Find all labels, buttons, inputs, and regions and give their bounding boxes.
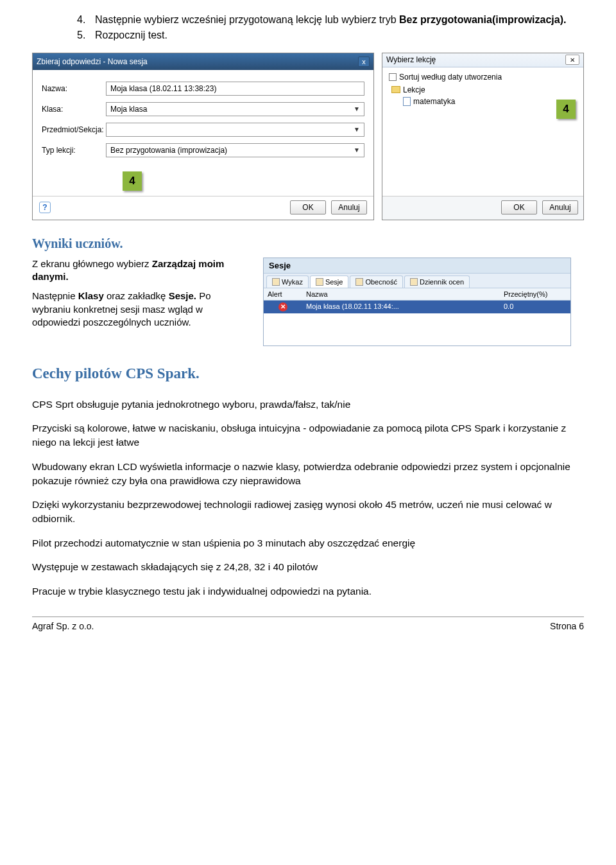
tab-dziennik-ocen[interactable]: Dziennik ocen bbox=[404, 275, 470, 288]
paragraph: Dzięki wykorzystaniu bezprzewodowej tech… bbox=[32, 498, 584, 525]
label-typ: Typ lekcji: bbox=[42, 146, 106, 155]
tab-wykaz[interactable]: Wykaz bbox=[266, 275, 309, 288]
select-value: Moja klasa bbox=[110, 105, 147, 114]
folder-label: Lekcje bbox=[403, 85, 425, 94]
label-nazwa: Nazwa: bbox=[42, 84, 106, 93]
cell-nazwa: Moja klasa (18.02.11 13:44:... bbox=[302, 301, 500, 313]
checkbox-sort-by-date[interactable]: Sortuj według daty utworzenia bbox=[389, 73, 577, 82]
list-item-4: 4. Następnie wybierz wcześniej przygotow… bbox=[77, 13, 584, 27]
form-row-przedmiot: Przedmiot/Sekcja: ▼ bbox=[42, 123, 364, 137]
titlebar: Wybierz lekcję ✕ bbox=[382, 53, 583, 67]
text-fragment: Następnie bbox=[32, 290, 78, 301]
col-nazwa: Nazwa bbox=[302, 288, 500, 300]
label-klasa: Klasa: bbox=[42, 105, 106, 114]
text-bold: Bez przygotowania(improwizacja). bbox=[399, 14, 566, 25]
tree-item-label: matematyka bbox=[413, 97, 455, 106]
list-item-5: 5. Rozpocznij test. bbox=[77, 28, 584, 42]
ok-button[interactable]: OK bbox=[290, 200, 326, 214]
document-icon bbox=[403, 97, 411, 106]
instruction-text: Z ekranu głównego wybierz Zarządzaj moim… bbox=[32, 258, 250, 335]
dialog-new-session: Zbieraj odpowiedzi - Nowa sesja x Nazwa:… bbox=[32, 53, 374, 220]
tree-item-matematyka[interactable]: matematyka bbox=[403, 97, 577, 106]
item-text: Rozpocznij test. bbox=[95, 28, 167, 42]
paragraph: Pilot przechodzi automatycznie w stan uś… bbox=[32, 536, 584, 550]
text-fragment: Następnie wybierz wcześniej przygotowaną… bbox=[95, 14, 399, 25]
cell-alert: ✕ bbox=[264, 301, 302, 313]
tab-icon bbox=[410, 278, 418, 286]
select-typ[interactable]: Bez przygotowania (improwizacja) ▼ bbox=[106, 143, 364, 157]
tab-label: Sesje bbox=[325, 278, 343, 286]
heading-wyniki-uczniow: Wyniki uczniów. bbox=[32, 236, 584, 251]
paragraph: Przyciski są kolorowe, łatwe w naciskani… bbox=[32, 421, 584, 449]
select-przedmiot[interactable]: ▼ bbox=[106, 123, 364, 137]
page-footer: Agraf Sp. z o.o. Strona 6 bbox=[32, 616, 584, 631]
tab-sesje[interactable]: Sesje bbox=[310, 275, 349, 288]
checkbox-icon bbox=[389, 73, 397, 81]
form-row-typ: Typ lekcji: Bez przygotowania (improwiza… bbox=[42, 143, 364, 157]
tab-bar: Wykaz Sesje Obecność Dziennik ocen bbox=[264, 274, 570, 288]
callout-4: 4 bbox=[123, 171, 142, 191]
dialog-title: Wybierz lekcję bbox=[386, 55, 436, 64]
paragraph: CPS Sprt obsługuje pytania jednokrotnego… bbox=[32, 398, 584, 412]
checkbox-label: Sortuj według daty utworzenia bbox=[399, 73, 502, 82]
text-fragment: oraz zakładkę bbox=[104, 290, 169, 301]
panel-title: Sesje bbox=[264, 258, 570, 274]
chevron-down-icon: ▼ bbox=[354, 105, 360, 112]
chevron-down-icon: ▼ bbox=[354, 126, 360, 133]
instruction-list: 4. Następnie wybierz wcześniej przygotow… bbox=[32, 13, 584, 43]
table-empty-area bbox=[264, 313, 570, 345]
titlebar: Zbieraj odpowiedzi - Nowa sesja x bbox=[33, 53, 373, 70]
tree-folder-lekcje[interactable]: Lekcje bbox=[391, 85, 577, 94]
close-button[interactable]: ✕ bbox=[565, 55, 579, 65]
paragraph: Wbudowany ekran LCD wyświetla informacje… bbox=[32, 460, 584, 487]
label-przedmiot: Przedmiot/Sekcja: bbox=[42, 125, 106, 134]
tab-obecnosc[interactable]: Obecność bbox=[350, 275, 403, 288]
col-przecietny: Przeciętny(%) bbox=[500, 288, 570, 300]
help-icon[interactable]: ? bbox=[39, 202, 51, 213]
dialog-select-lesson: Wybierz lekcję ✕ Sortuj według daty utwo… bbox=[382, 53, 584, 220]
paragraph: Pracuje w trybie klasycznego testu jak i… bbox=[32, 584, 584, 599]
panel-sesje: Sesje Wykaz Sesje Obecność Dziennik ocen… bbox=[263, 258, 571, 346]
input-nazwa[interactable]: Moja klasa (18.02.11 13:38:23) bbox=[106, 82, 364, 96]
item-number: 4. bbox=[77, 13, 95, 27]
tab-label: Dziennik ocen bbox=[420, 278, 464, 286]
callout-4: 4 bbox=[556, 100, 576, 119]
cancel-button[interactable]: Anuluj bbox=[542, 200, 578, 214]
item-number: 5. bbox=[77, 28, 95, 42]
paragraph: Występuje w zestawach składających się z… bbox=[32, 560, 584, 574]
chevron-down-icon: ▼ bbox=[354, 146, 360, 153]
text-bold: Klasy bbox=[78, 290, 104, 301]
close-button[interactable]: x bbox=[358, 57, 370, 67]
cell-przecietny: 0.0 bbox=[500, 301, 570, 313]
tab-label: Obecność bbox=[365, 278, 397, 286]
footer-company: Agraf Sp. z o.o. bbox=[32, 621, 94, 631]
select-klasa[interactable]: Moja klasa ▼ bbox=[106, 102, 364, 116]
error-icon: ✕ bbox=[278, 302, 287, 311]
item-text: Następnie wybierz wcześniej przygotowaną… bbox=[95, 13, 566, 27]
text-fragment: Z ekranu głównego wybierz bbox=[32, 258, 152, 269]
table-header: Alert Nazwa Przeciętny(%) bbox=[264, 288, 570, 301]
text-bold: Sesje. bbox=[169, 290, 196, 301]
tab-icon bbox=[355, 278, 363, 286]
folder-icon bbox=[391, 86, 400, 93]
cancel-button[interactable]: Anuluj bbox=[331, 200, 367, 214]
dialog-title: Zbieraj odpowiedzi - Nowa sesja bbox=[37, 57, 148, 66]
tree-view: Lekcje matematyka bbox=[391, 85, 577, 106]
form-row-nazwa: Nazwa: Moja klasa (18.02.11 13:38:23) bbox=[42, 82, 364, 96]
heading-cechy-pilotow: Cechy pilotów CPS Spark. bbox=[32, 365, 584, 382]
ok-button[interactable]: OK bbox=[501, 200, 537, 214]
tab-icon bbox=[316, 278, 323, 286]
table-row[interactable]: ✕ Moja klasa (18.02.11 13:44:... 0.0 bbox=[264, 301, 570, 313]
select-value: Bez przygotowania (improwizacja) bbox=[110, 146, 227, 155]
tab-icon bbox=[272, 278, 280, 286]
input-value: Moja klasa (18.02.11 13:38:23) bbox=[110, 84, 216, 93]
col-alert: Alert bbox=[264, 288, 302, 300]
form-row-klasa: Klasa: Moja klasa ▼ bbox=[42, 102, 364, 116]
footer-page-number: Strona 6 bbox=[550, 621, 584, 631]
tab-label: Wykaz bbox=[282, 278, 303, 286]
